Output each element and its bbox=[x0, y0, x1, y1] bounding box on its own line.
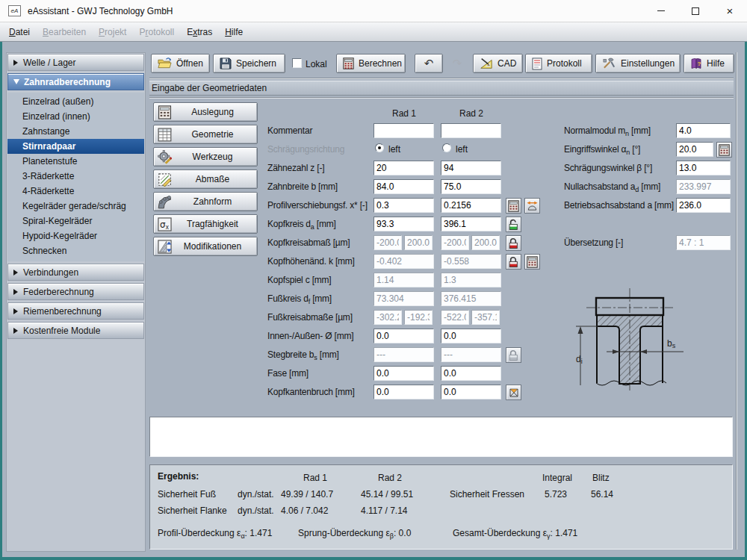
kopfhoehenaenderung-lock-button[interactable] bbox=[506, 254, 521, 270]
menu-projekt[interactable]: Projekt bbox=[99, 27, 126, 37]
fusskreisabmasse-rad2-min-input[interactable] bbox=[441, 310, 469, 325]
eingriffswinkel-input[interactable] bbox=[676, 142, 713, 157]
save-button[interactable]: Speichern bbox=[213, 54, 285, 73]
sidebar-item-einzelrad-innen[interactable]: Einzelrad (innen) bbox=[7, 109, 144, 124]
tooth-profile-icon bbox=[158, 195, 172, 209]
lock-open-icon bbox=[508, 219, 519, 231]
calculate-button[interactable]: Berechnen bbox=[336, 54, 406, 73]
kommentar-rad2-input[interactable] bbox=[441, 123, 501, 138]
maximize-button[interactable] bbox=[678, 0, 713, 22]
protocol-button[interactable]: Protokoll bbox=[525, 54, 592, 73]
kommentar-rad1-input[interactable] bbox=[374, 123, 434, 138]
zahnbreite-rad1-input[interactable] bbox=[374, 179, 434, 194]
innendurchmesser-rad1-input[interactable] bbox=[374, 329, 434, 343]
menu-bearbeiten[interactable]: Bearbeiten bbox=[43, 27, 86, 37]
kopfkantenbruch-rad1-input[interactable] bbox=[374, 385, 434, 399]
profilverschiebung-calculator-button[interactable] bbox=[506, 198, 521, 214]
result-flanke-rad2: 4.117 / 7.14 bbox=[361, 505, 408, 516]
kopfhoehenaenderung-rad2-input[interactable] bbox=[441, 254, 501, 269]
kopfkantenbruch-detail-button[interactable] bbox=[506, 385, 521, 400]
zahnform-button[interactable]: Zahnform bbox=[153, 192, 258, 211]
cad-button[interactable]: CAD bbox=[473, 54, 523, 73]
sidebar-item-einzelrad-aussen[interactable]: Einzelrad (außen) bbox=[7, 94, 144, 109]
zaehnezahl-rad1-input[interactable] bbox=[374, 161, 434, 175]
abmasse-button[interactable]: Abmaße bbox=[153, 169, 258, 189]
kopfkreisabmass-rad1-max-input[interactable] bbox=[404, 235, 433, 250]
local-checkbox[interactable] bbox=[292, 58, 302, 68]
undo-button[interactable]: ↶ bbox=[415, 54, 443, 73]
sidebar-item-zahnstange[interactable]: Zahnstange bbox=[7, 124, 144, 139]
nullachsabstand-input[interactable] bbox=[676, 179, 731, 194]
fase-rad2-input[interactable] bbox=[441, 366, 501, 381]
zahnbreite-rad2-input[interactable] bbox=[441, 179, 501, 194]
kopfkreisabmass-rad2-min-input[interactable] bbox=[441, 235, 469, 250]
kopfkreis-rad1-input[interactable] bbox=[374, 217, 434, 231]
uebersetzung-input[interactable] bbox=[676, 235, 731, 250]
auslegung-button[interactable]: Auslegung bbox=[153, 102, 258, 122]
kopfkreis-unlock-button[interactable] bbox=[506, 217, 521, 232]
sidebar-item-stirnradpaar[interactable]: Stirnradpaar bbox=[7, 139, 144, 154]
sidebar-group-kostenfreie-module[interactable]: Kostenfreie Module bbox=[7, 322, 144, 339]
schraegungswinkel-input[interactable] bbox=[676, 161, 731, 175]
menu-extras[interactable]: Extras bbox=[187, 27, 212, 37]
close-button[interactable]: × bbox=[713, 0, 747, 22]
sidebar-item-planetenstufe[interactable]: Planetenstufe bbox=[7, 154, 144, 169]
fase-rad1-input[interactable] bbox=[374, 366, 434, 381]
open-button[interactable]: Öffnen bbox=[151, 54, 210, 73]
minimize-button[interactable] bbox=[644, 0, 678, 22]
sidebar-group-federberechnung[interactable]: Federberechnung bbox=[7, 283, 144, 300]
profilverschiebung-rad1-input[interactable] bbox=[374, 198, 434, 213]
sidebar-group-welle-lager[interactable]: Welle / Lager bbox=[7, 54, 144, 71]
sidebar-item-4-raederkette[interactable]: 4-Räderkette bbox=[7, 184, 144, 199]
sidebar-group-riemenberechnung[interactable]: Riemenberechnung bbox=[7, 302, 144, 320]
stegbreite-lock-button[interactable] bbox=[506, 347, 521, 363]
redo-button[interactable]: ↷ bbox=[444, 54, 471, 73]
help-button[interactable]: ? Hilfe bbox=[684, 54, 734, 73]
zaehnezahl-rad2-input[interactable] bbox=[441, 161, 501, 175]
kopfspiel-rad1-input[interactable] bbox=[374, 273, 434, 287]
menu-protokoll[interactable]: Protokoll bbox=[139, 27, 174, 37]
betriebsachsabstand-input[interactable] bbox=[676, 198, 731, 213]
profilverschiebung-rad2-input[interactable] bbox=[441, 198, 501, 213]
schraegung-rad1-radio[interactable] bbox=[375, 143, 384, 152]
werkzeug-button[interactable]: Werkzeug bbox=[153, 147, 258, 167]
result-fressen-integral: 5.723 bbox=[545, 489, 567, 500]
eingriffswinkel-calculator-button[interactable] bbox=[716, 142, 732, 158]
sidebar-group-verbindungen[interactable]: Verbindungen bbox=[7, 264, 144, 281]
sidebar-item-3-raederkette[interactable]: 3-Räderkette bbox=[7, 169, 144, 184]
modifikationen-button[interactable]: Modifikationen bbox=[153, 237, 258, 256]
fusskreisabmasse-rad1-min-input[interactable] bbox=[374, 310, 402, 325]
sidebar-item-schnecken[interactable]: Schnecken bbox=[7, 243, 144, 258]
kopfspiel-rad2-input[interactable] bbox=[441, 273, 501, 287]
kopfkreisabmass-rad2-max-input[interactable] bbox=[471, 235, 500, 250]
undo-icon: ↶ bbox=[424, 57, 434, 70]
sidebar-item-spiral-kegelraeder[interactable]: Spiral-Kegelräder bbox=[7, 214, 144, 228]
stegbreite-rad1-input[interactable] bbox=[374, 347, 434, 362]
kopfhoehenaenderung-rad1-input[interactable] bbox=[374, 254, 434, 269]
settings-button[interactable]: Einstellungen bbox=[595, 54, 681, 73]
kopfkreis-rad2-input[interactable] bbox=[441, 217, 501, 231]
kopfhoehenaenderung-calculator-button[interactable] bbox=[524, 254, 540, 270]
menu-datei[interactable]: Datei bbox=[9, 27, 30, 37]
lock-closed-icon bbox=[508, 237, 519, 249]
kopfkreisabmass-rad1-min-input[interactable] bbox=[374, 235, 402, 250]
sigma-x-icon: σx bbox=[158, 217, 172, 231]
kopfkantenbruch-rad2-input[interactable] bbox=[441, 385, 501, 399]
normalmodul-input[interactable] bbox=[676, 123, 731, 138]
fusskreis-rad2-input[interactable] bbox=[441, 291, 501, 306]
fusskreis-rad1-input[interactable] bbox=[374, 291, 434, 306]
results-col-integral: Integral bbox=[542, 473, 572, 483]
sidebar-group-zahnradberechnung[interactable]: Zahnradberechnung bbox=[7, 73, 144, 90]
schraegung-rad2-radio[interactable] bbox=[442, 143, 451, 152]
tragfaehigkeit-button[interactable]: σx Tragfähigkeit bbox=[153, 214, 258, 234]
menu-hilfe[interactable]: Hilfe bbox=[225, 27, 243, 37]
innendurchmesser-rad2-input[interactable] bbox=[441, 329, 501, 343]
achsabstand-uebernehmen-button[interactable] bbox=[524, 198, 540, 214]
sidebar-item-kegelraeder[interactable]: Kegelräder gerade/schräg bbox=[7, 199, 144, 214]
stegbreite-rad2-input[interactable] bbox=[441, 347, 501, 362]
fusskreisabmasse-rad1-max-input[interactable] bbox=[404, 310, 433, 325]
geometrie-button[interactable]: Geometrie bbox=[153, 125, 258, 144]
kopfkreisabmass-lock-button[interactable] bbox=[506, 235, 521, 251]
fusskreisabmasse-rad2-max-input[interactable] bbox=[471, 310, 500, 325]
sidebar-item-hypoid-kegelraeder[interactable]: Hypoid-Kegelräder bbox=[7, 228, 144, 243]
